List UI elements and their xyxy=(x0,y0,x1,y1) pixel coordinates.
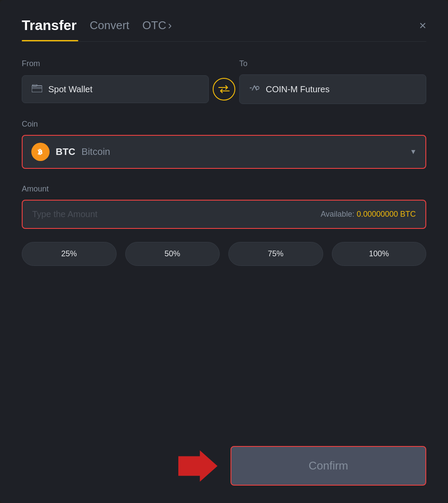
chevron-down-icon: ▼ xyxy=(410,148,417,156)
swap-btn-wrapper xyxy=(209,78,239,101)
from-label: From xyxy=(22,59,209,68)
pct-25-button[interactable]: 25% xyxy=(22,242,117,266)
red-arrow-icon xyxy=(178,449,217,483)
to-label: To xyxy=(239,59,426,68)
bottom-area: Confirm xyxy=(22,446,426,486)
confirm-button[interactable]: Confirm xyxy=(231,446,426,486)
confirm-btn-wrapper: Confirm xyxy=(231,446,426,486)
from-wallet-box[interactable]: Spot Wallet xyxy=(22,75,209,103)
otc-tab[interactable]: OTC › xyxy=(142,19,172,32)
from-to-labels: From To xyxy=(22,59,426,68)
pct-100-button[interactable]: 100% xyxy=(332,242,427,266)
svg-rect-2 xyxy=(33,84,37,86)
modal-header: Transfer Convert OTC › × xyxy=(22,17,426,34)
pct-75-button[interactable]: 75% xyxy=(228,242,323,266)
swap-button[interactable] xyxy=(213,78,235,101)
svg-point-3 xyxy=(256,87,259,90)
coin-full-name: Bitcoin xyxy=(81,146,110,158)
svg-rect-0 xyxy=(32,86,42,92)
from-to-row: Spot Wallet COIN-M Futures xyxy=(22,74,426,104)
to-wallet-box[interactable]: COIN-M Futures xyxy=(239,74,426,104)
svg-marker-4 xyxy=(178,450,217,482)
amount-label: Amount xyxy=(22,184,426,194)
coin-symbol: BTC xyxy=(56,146,75,158)
from-wallet-name: Spot Wallet xyxy=(48,84,93,94)
close-button[interactable]: × xyxy=(419,20,426,32)
amount-placeholder[interactable]: Type the Amount xyxy=(32,209,97,219)
available-value: 0.00000000 BTC xyxy=(357,210,416,218)
active-tab-indicator xyxy=(22,40,78,41)
btc-icon xyxy=(31,143,50,161)
to-wallet-name: COIN-M Futures xyxy=(266,84,330,94)
available-label: Available: xyxy=(321,210,354,218)
coin-selector[interactable]: BTC Bitcoin ▼ xyxy=(22,135,426,169)
arrow-wrapper xyxy=(22,449,231,483)
transfer-modal: Transfer Convert OTC › × From To Spot Wa… xyxy=(0,0,448,503)
coin-label: Coin xyxy=(22,120,426,129)
wallet-icon xyxy=(32,84,42,95)
tab-underline xyxy=(22,40,426,42)
available-text: Available: 0.00000000 BTC xyxy=(321,210,416,219)
percentage-row: 25% 50% 75% 100% xyxy=(22,242,426,266)
pct-50-button[interactable]: 50% xyxy=(125,242,220,266)
convert-tab[interactable]: Convert xyxy=(90,19,129,32)
futures-icon xyxy=(249,83,260,96)
svg-rect-1 xyxy=(32,87,42,89)
transfer-tab[interactable]: Transfer xyxy=(22,17,77,34)
amount-box: Type the Amount Available: 0.00000000 BT… xyxy=(22,200,426,229)
